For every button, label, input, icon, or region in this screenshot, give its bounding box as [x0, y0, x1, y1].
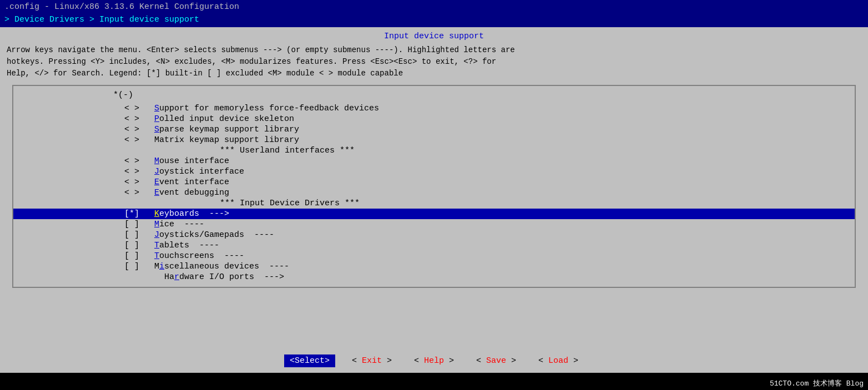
- hotkey-event-debugging: E: [154, 188, 159, 197]
- menu-item-misc-devices[interactable]: [ ] Miscellaneous devices ----: [13, 261, 855, 272]
- menu-item-keyboards[interactable]: [*] Keyboards --->: [13, 209, 855, 219]
- menu-item-touchscreens[interactable]: [ ] Touchscreens ----: [13, 251, 855, 261]
- menu-item-userland-header[interactable]: *** Userland interfaces ***: [13, 145, 855, 156]
- menu-item-input-drivers-header[interactable]: *** Input Device Drivers ***: [13, 198, 855, 209]
- menu-box[interactable]: *(-) < > Support for memoryless force-fe…: [12, 85, 856, 288]
- breadcrumb-text: > Device Drivers > Input device support: [4, 15, 199, 24]
- menu-item-hardware-io[interactable]: Hardware I/O ports --->: [13, 272, 855, 282]
- menu-item-joysticks[interactable]: [ ] Joysticks/Gamepads ----: [13, 230, 855, 240]
- hotkey-polled-input: P: [154, 114, 159, 124]
- menu-box-title: *(-): [13, 90, 855, 100]
- menu-item-sparse-keymap[interactable]: < > Sparse keymap support library: [13, 124, 855, 135]
- hotkey-joystick-interface: J: [154, 167, 159, 176]
- hotkey-touchscreens: T: [154, 251, 159, 261]
- panel-title: Input device support: [7, 32, 861, 41]
- menu-item-polled-input[interactable]: < > Polled input device skeleton: [13, 114, 855, 124]
- hotkey-keyboards: K: [154, 209, 159, 219]
- menu-item-joystick-interface[interactable]: < > Joystick interface: [13, 166, 855, 177]
- hotkey-mice: M: [154, 220, 159, 229]
- menu-item-matrix-keymap[interactable]: < > Matrix keymap support library: [13, 135, 855, 145]
- bottom-bar: <Select>< Exit >< Help >< Save >< Load >: [0, 349, 868, 373]
- hotkey-hardware-io: r: [174, 272, 179, 282]
- menu-item-event-debugging[interactable]: < > Event debugging: [13, 188, 855, 198]
- watermark: 51CTO.com 技术博客 Blog: [768, 378, 866, 389]
- hotkey-sparse-keymap: S: [154, 125, 159, 134]
- help-text: Arrow keys navigate the menu. <Enter> se…: [7, 44, 861, 79]
- title-bar: .config - Linux/x86 3.13.6 Kernel Config…: [0, 0, 868, 14]
- menu-item-tablets[interactable]: [ ] Tablets ----: [13, 240, 855, 251]
- menu-item-mice[interactable]: [ ] Mice ----: [13, 219, 855, 230]
- hotkey-event-interface: E: [154, 178, 159, 187]
- breadcrumb-bar: > Device Drivers > Input device support: [0, 14, 868, 27]
- menu-items-container: < > Support for memoryless force-feedbac…: [13, 103, 855, 282]
- help-button[interactable]: < Help >: [408, 354, 460, 367]
- menu-item-mouse-interface[interactable]: < > Mouse interface: [13, 156, 855, 166]
- select-button[interactable]: <Select>: [284, 354, 335, 367]
- menu-item-support-force-feedback[interactable]: < > Support for memoryless force-feedbac…: [13, 103, 855, 114]
- hotkey-tablets: T: [154, 241, 159, 250]
- menu-item-event-interface[interactable]: < > Event interface: [13, 177, 855, 188]
- title-text: .config - Linux/x86 3.13.6 Kernel Config…: [4, 2, 239, 12]
- buttons-container: <Select>< Exit >< Help >< Save >< Load >: [279, 356, 589, 366]
- hotkey-misc-devices: i: [159, 262, 164, 271]
- main-panel: Input device support Arrow keys navigate…: [0, 27, 868, 349]
- exit-button[interactable]: < Exit >: [346, 354, 397, 367]
- hotkey-support-force-feedback: S: [154, 104, 159, 113]
- hotkey-mouse-interface: M: [154, 156, 159, 166]
- hotkey-joysticks: J: [154, 230, 159, 240]
- save-button[interactable]: < Save >: [471, 354, 522, 367]
- load-button[interactable]: < Load >: [533, 354, 584, 367]
